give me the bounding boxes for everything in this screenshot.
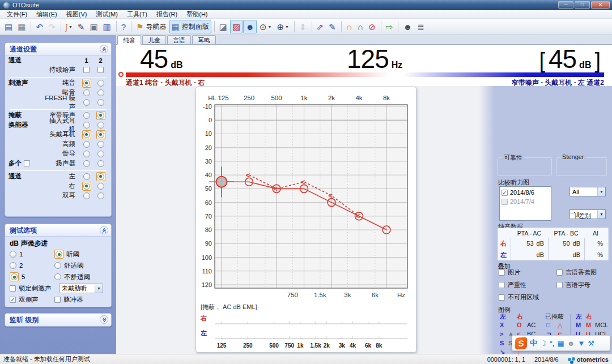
ch2-左-radio-selected[interactable]: [96, 172, 105, 181]
tab-言语[interactable]: 言语: [167, 35, 191, 44]
multiple-checkbox[interactable]: [24, 160, 30, 166]
ime-keyboard-icon[interactable]: ▦: [557, 339, 564, 348]
ime-chinese-mode-icon[interactable]: 中: [530, 338, 537, 348]
minimize-button[interactable]: ─: [558, 1, 573, 8]
ime-person-icon[interactable]: ☻: [567, 339, 575, 348]
close-button[interactable]: ✕: [591, 1, 610, 8]
ime-skin-icon[interactable]: ▼: [577, 339, 585, 348]
ch1-右-radio[interactable]: [83, 183, 90, 190]
compare-item-checkbox[interactable]: [502, 199, 508, 205]
ch1-FRESH 噪声-radio[interactable]: [83, 99, 90, 106]
step-2-radio[interactable]: [10, 262, 16, 269]
type-听阈-radio-selected[interactable]: [54, 250, 63, 259]
compare-item-checkbox[interactable]: [502, 190, 508, 196]
session-list-button[interactable]: ≣: [415, 20, 427, 33]
ch1-双耳-radio[interactable]: [83, 192, 90, 199]
talk-forward-button[interactable]: ⇨: [384, 20, 396, 33]
menu-item-4[interactable]: 工具(T): [122, 10, 152, 19]
bilateral-checkbox[interactable]: [10, 297, 16, 303]
audiogram-chart[interactable]: -100102030405060708090100110120125250500…: [196, 87, 416, 352]
navigator-button[interactable]: ⚑导航器: [134, 20, 168, 33]
ch2-右-radio[interactable]: [97, 183, 104, 190]
patient-button[interactable]: ☻: [401, 20, 414, 33]
chevron-down-icon[interactable]: ▼: [69, 25, 73, 29]
ime-punctuation-icon[interactable]: °,: [550, 339, 555, 348]
overlay-checkbox[interactable]: [556, 282, 563, 288]
stimulus-ear-button[interactable]: ʃ▼: [63, 20, 75, 33]
chevron-down-icon[interactable]: ▼: [597, 187, 605, 196]
ch2-窄带噪声-radio[interactable]: [97, 112, 104, 119]
ch2-插入式耳机-radio[interactable]: [97, 122, 104, 129]
pulse-checkbox[interactable]: [54, 297, 61, 303]
sogou-logo-icon[interactable]: S: [515, 337, 528, 349]
transfer-chart-button[interactable]: ◪: [217, 20, 230, 33]
pointer-mode-button[interactable]: ⊕▼: [274, 20, 291, 33]
ch1-左-radio[interactable]: [83, 173, 90, 180]
ch1-窄带噪声-radio[interactable]: [83, 112, 90, 119]
edit-report-button[interactable]: ✎: [326, 20, 338, 33]
chevron-down-icon[interactable]: ▼: [597, 210, 605, 219]
maximize-button[interactable]: □: [575, 1, 590, 8]
menu-item-1[interactable]: 编辑(E): [32, 10, 62, 19]
ch1-右-radio-selected[interactable]: [82, 182, 91, 191]
compare-audiograms-list[interactable]: 2014/8/62014/7/4: [499, 186, 551, 221]
print-button[interactable]: ▦: [15, 20, 28, 33]
ch2-持续给声-checkbox[interactable]: [97, 67, 104, 73]
ch2-左-radio[interactable]: [97, 173, 104, 180]
monitor-level-button[interactable]: ∩: [344, 20, 355, 33]
menu-item-2[interactable]: 视图(V): [62, 10, 92, 19]
tab-耳鸣[interactable]: 耳鸣: [192, 35, 216, 44]
ch1-插入式耳机-radio[interactable]: [83, 122, 90, 129]
compare-item-2014/8/6[interactable]: 2014/8/6: [502, 188, 549, 197]
ch1-纯音-radio-selected[interactable]: [82, 79, 91, 88]
save-button[interactable]: ▤: [2, 20, 15, 33]
ime-fullmoon-icon[interactable]: ☽: [540, 339, 547, 348]
ch2-头戴耳机-radio-selected[interactable]: [96, 130, 105, 139]
type-听阈-radio[interactable]: [56, 251, 62, 258]
compare-filter-select-1[interactable]: All ▼: [570, 187, 606, 196]
chevron-down-icon[interactable]: ▼: [268, 25, 272, 29]
shift-curve-button[interactable]: ⇕: [297, 20, 309, 33]
step-5-radio[interactable]: [11, 273, 18, 280]
difference-checkbox[interactable]: [570, 213, 576, 219]
zoom-tool-button[interactable]: ⊙▼: [257, 20, 274, 33]
menu-item-0[interactable]: 文件(F): [2, 10, 32, 19]
overlay-checkbox[interactable]: [556, 269, 563, 276]
compare-item-2014/7/4[interactable]: 2014/7/4: [502, 197, 549, 206]
tab-儿童[interactable]: 儿童: [142, 35, 166, 44]
ch2-FRESH 噪声-radio[interactable]: [97, 99, 104, 106]
audiogram-view-button[interactable]: ▨: [230, 20, 243, 33]
chevron-down-icon[interactable]: ▼: [95, 284, 103, 293]
type-舒适阈-radio[interactable]: [54, 262, 61, 269]
tab-纯音[interactable]: 纯音: [117, 35, 141, 45]
redo-button[interactable]: ↷: [46, 20, 58, 33]
overlay-checkbox[interactable]: [499, 294, 505, 301]
measurement-report-button[interactable]: ▥: [101, 20, 113, 33]
ch1-头戴耳机-radio-selected[interactable]: [82, 130, 91, 139]
menu-item-6[interactable]: 帮助(H): [182, 10, 212, 19]
print-report-button[interactable]: ⇗: [314, 20, 326, 33]
type-不舒适阈-radio[interactable]: [54, 273, 61, 280]
ch1-纯音-radio[interactable]: [83, 80, 90, 87]
ch2-窄带噪声-radio-selected[interactable]: [96, 111, 105, 120]
ch1-持续给声-checkbox[interactable]: [83, 67, 90, 73]
ch2-高频-radio[interactable]: [97, 141, 104, 148]
ch1-高频-radio[interactable]: [83, 141, 90, 148]
step-1-radio[interactable]: [10, 251, 16, 258]
help-button[interactable]: ?: [119, 20, 128, 33]
ch2-扬声器-radio[interactable]: [97, 160, 104, 167]
control-panel-button[interactable]: ▦控制面版: [169, 20, 211, 33]
ch1-啭音-radio[interactable]: [83, 89, 90, 96]
masking-helper-button[interactable]: ☻: [243, 20, 257, 33]
collapse-up-icon[interactable]: ≪: [100, 226, 108, 234]
ch2-头戴耳机-radio[interactable]: [97, 131, 104, 138]
undo-button[interactable]: ↶: [33, 20, 45, 33]
edit-test-button[interactable]: ✎: [75, 20, 87, 33]
ime-toolbox-icon[interactable]: ⚒: [588, 339, 594, 348]
lock-stimulus-checkbox[interactable]: [10, 285, 16, 292]
ch2-啭音-radio[interactable]: [97, 89, 104, 96]
ch1-骨导-radio[interactable]: [83, 151, 90, 157]
operator-headset-button[interactable]: ∩: [355, 20, 366, 33]
expand-down-icon[interactable]: ≪: [100, 315, 108, 324]
overlay-checkbox[interactable]: [499, 269, 505, 276]
